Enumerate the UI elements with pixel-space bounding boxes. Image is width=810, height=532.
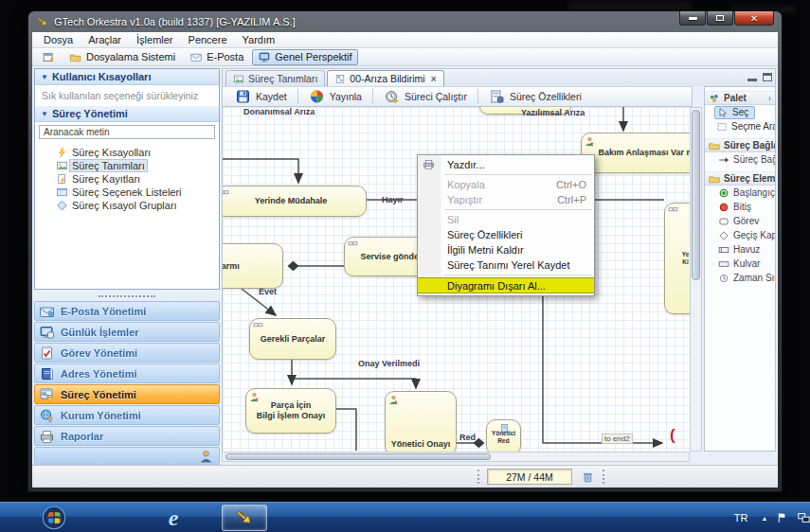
maximize-view-icon[interactable]: [763, 73, 772, 81]
node-bakim-anlasmasi[interactable]: Bakım Anlaşması Var mı?: [581, 133, 690, 173]
palette-item-surec-baglantisi[interactable]: Süreç Bağlantısı: [714, 152, 775, 167]
context-menu-yapistir[interactable]: YapıştırCtrl+P: [418, 192, 594, 207]
main-toolbar: Dosyalama SistemiE-PostaGenel Perspektif: [32, 48, 778, 66]
doc-icon: [499, 423, 510, 434]
tree-item-surec-kisayollari[interactable]: Süreç Kısayolları: [56, 146, 219, 159]
toolbar-button-e-posta[interactable]: E-Posta: [184, 49, 249, 65]
context-menu-surec-ozellikleri[interactable]: Süreç Özellikleri: [418, 227, 594, 242]
horizontal-scrollbar[interactable]: [222, 452, 690, 462]
context-menu-ilgili-metni-kaldir[interactable]: İlgili Metni Kaldır: [418, 242, 594, 257]
action-center-flag-icon[interactable]: [774, 503, 789, 532]
tab-label: Süreç Tanımları: [248, 73, 317, 84]
palette-tool-label: Seçme Aracı: [731, 121, 775, 132]
reports-icon: [39, 429, 55, 444]
menu-yardim[interactable]: Yardım: [235, 33, 283, 46]
palette-item-gorev[interactable]: Görev: [714, 214, 775, 228]
title-bar[interactable]: GTech Orkestra v1.0a (build 1337) [G-YAZ…: [28, 11, 782, 32]
diagram-edge[interactable]: [223, 159, 298, 183]
module-surec-yonetimi[interactable]: Süreç Yönetimi: [34, 384, 220, 404]
records-icon: [56, 173, 68, 185]
tab-surec-tanimlari[interactable]: Süreç Tanımları: [225, 70, 325, 86]
diagram-edge[interactable]: [336, 409, 356, 451]
network-icon[interactable]: [795, 503, 810, 532]
minimize-button[interactable]: [679, 11, 706, 26]
toolbar-button-yeni[interactable]: [36, 49, 61, 65]
module-adres-yonetimi[interactable]: Adres Yönetimi: [34, 364, 220, 383]
menu-islemler[interactable]: İşlemler: [129, 33, 181, 46]
node-parca-onay[interactable]: Parça İçinBilgi İşlem Onayı: [245, 388, 336, 434]
close-icon[interactable]: ×: [431, 74, 437, 84]
context-menu-sil[interactable]: Sil: [418, 212, 594, 227]
node-gerekli-parcalar[interactable]: Gerekli Parçalar: [249, 318, 336, 360]
context-menu-diyagrami-disari-al[interactable]: Diyagramı Dışarı Al...: [418, 277, 594, 293]
module-raporlar[interactable]: Raporlar: [34, 426, 220, 446]
palette-tool-sec[interactable]: Seç: [711, 105, 775, 119]
folder-small-icon: [709, 140, 720, 151]
orkestra-taskbar-button[interactable]: [222, 505, 267, 531]
diagram-button-kaydet[interactable]: Kaydet: [226, 87, 296, 106]
search-input[interactable]: Aranacak metin: [39, 125, 215, 139]
tree-item-label: Süreç Kısayolları: [72, 147, 151, 158]
memory-indicator[interactable]: 27M / 44M: [487, 469, 572, 485]
shortcuts-header[interactable]: ▼ Kullanıcı Kısayolları: [35, 69, 219, 85]
sash-handle[interactable]: [34, 293, 220, 299]
ie-taskbar-button[interactable]: e: [152, 505, 195, 531]
palette-tool-secme-araci[interactable]: Seçme Aracı: [711, 119, 775, 133]
garbage-collect-button[interactable]: [579, 469, 596, 485]
palette-item-havuz[interactable]: Havuz: [714, 242, 775, 257]
process-management-header[interactable]: ▼ Süreç Yönetimi: [35, 106, 219, 122]
language-indicator[interactable]: TR: [730, 503, 751, 532]
vertical-scrollbar[interactable]: [690, 107, 702, 452]
tree-item-surec-tanimlari[interactable]: Süreç Tanımları: [56, 159, 219, 172]
palette-item-gecis-kapisi[interactable]: Geçiş Kapısı: [714, 228, 775, 242]
palette-section-surec-elemanlari[interactable]: Süreç Elemanları‹: [705, 171, 775, 186]
close-button[interactable]: ✕: [734, 11, 774, 26]
palette-item-label: Başlangıç: [733, 187, 775, 198]
tree-item-surec-kayitlari[interactable]: Süreç Kayıtları: [56, 172, 219, 186]
menu-araclar[interactable]: Araçlar: [81, 33, 129, 46]
editor-tab-bar: Süreç Tanımları00-Arıza Bildirimi×: [222, 68, 776, 86]
node-ihtiyac-varmi[interactable]: İhtiyaç Varmı: [222, 243, 283, 289]
diagram-button-surec-calistir[interactable]: Süreci Çalıştır: [375, 87, 476, 106]
context-menu-label: Diyagramı Dışarı Al...: [447, 280, 546, 292]
maximize-button[interactable]: [707, 11, 733, 26]
save-icon: [235, 89, 251, 104]
tree-item-surec-kisayol-gruplari[interactable]: Süreç Kısayol Grupları: [56, 199, 219, 212]
node-right-cut[interactable]: YeKi: [664, 203, 690, 314]
address-icon: [39, 366, 55, 381]
tree-item-surec-secenek-listeleri[interactable]: Süreç Seçenek Listeleri: [56, 186, 219, 199]
minimize-view-icon[interactable]: [747, 79, 757, 81]
module-e-posta-yonetimi[interactable]: E-Posta Yönetimi: [34, 301, 220, 321]
toolbar-button-dosyalama-sistemi[interactable]: Dosyalama Sistemi: [63, 49, 181, 65]
module-kurum-yonetimi[interactable]: Kurum Yönetimi: [34, 405, 220, 425]
node-yonetici-onayi[interactable]: Yönetici Onayı: [385, 391, 457, 452]
toolbar-button-genel-perspektif[interactable]: Genel Perspektif: [252, 49, 357, 65]
node-yonetici-red[interactable]: YöneticiRed: [486, 419, 521, 452]
diagram-edge[interactable]: [295, 379, 416, 388]
menu-dosya[interactable]: Dosya: [36, 33, 81, 46]
palette-item-bitis[interactable]: Bitiş: [714, 200, 775, 214]
palette-section-surec-baglantilari[interactable]: Süreç Bağlantıl...‹: [705, 138, 775, 152]
start-button[interactable]: [34, 505, 74, 531]
palette-item-zaman-sinirlayici[interactable]: Zaman Sınırlayıcı: [714, 271, 775, 285]
publish-icon: [309, 89, 325, 104]
edge-label: Evet: [259, 287, 277, 296]
palette-item-kulvar[interactable]: Kulvar: [714, 257, 775, 271]
node-label: Parça İçinBilgi İşlem Onayı: [257, 400, 326, 421]
palette-header[interactable]: Palet›: [705, 91, 775, 105]
module-gorev-yonetimi[interactable]: Görev Yönetimi: [34, 343, 220, 363]
context-menu-yazdir[interactable]: Yazdır...: [418, 157, 594, 172]
module-label: Adres Yönetimi: [61, 368, 137, 380]
tab-ariza-bildirimi[interactable]: 00-Arıza Bildirimi×: [327, 70, 443, 86]
menu-pencere[interactable]: Pencere: [181, 33, 235, 46]
context-menu-kopyala[interactable]: KopyalaCtrl+O: [418, 177, 594, 192]
show-hidden-icons-button[interactable]: ▲: [757, 503, 772, 532]
context-menu-surec-tanimi-yerel-kaydet[interactable]: Süreç Tanımı Yerel Kaydet: [418, 257, 594, 273]
module-label: E-Posta Yönetimi: [61, 306, 146, 317]
module-gunluk-islemler[interactable]: Günlük İşlemler: [34, 322, 220, 342]
diagram-button-surec-ozellikleri[interactable]: Süreç Özellikleri: [480, 87, 590, 106]
node-yerinde-mudahale[interactable]: Yerinde Müdahale: [222, 186, 367, 217]
palette-item-baslangic[interactable]: Başlangıç: [714, 186, 775, 200]
diagram-button-yayinla[interactable]: Yayınla: [300, 87, 370, 106]
context-menu-label: Yazdır...: [447, 159, 485, 170]
